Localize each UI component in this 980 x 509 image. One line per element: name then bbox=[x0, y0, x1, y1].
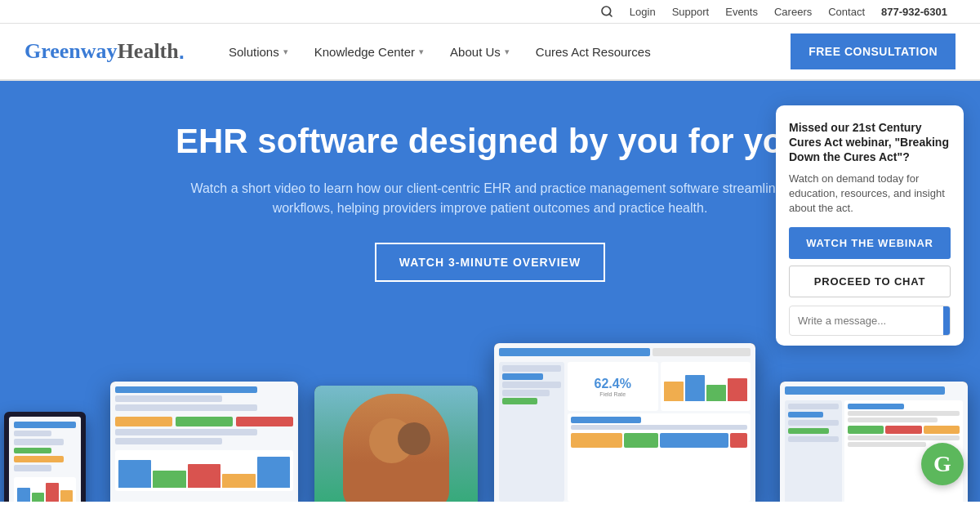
proceed-to-chat-button[interactable]: PROCEED TO CHAT bbox=[789, 266, 951, 297]
login-link[interactable]: Login bbox=[630, 6, 656, 18]
chat-popup-title: Missed our 21st Century Cures Act webina… bbox=[789, 120, 951, 165]
utility-bar: Login Support Events Careers Contact 877… bbox=[0, 0, 980, 24]
video-card bbox=[314, 386, 478, 502]
solutions-nav-link[interactable]: Solutions ▾ bbox=[217, 37, 300, 67]
tablet-device bbox=[4, 412, 86, 502]
about-us-nav-link[interactable]: About Us ▾ bbox=[439, 37, 521, 67]
search-icon[interactable] bbox=[600, 5, 613, 18]
chat-popup: Missed our 21st Century Cures Act webina… bbox=[776, 105, 964, 346]
laptop-center: 62.4% Field Rate bbox=[486, 343, 764, 502]
devices-area: 62.4% Field Rate bbox=[0, 343, 980, 502]
events-link[interactable]: Events bbox=[725, 6, 758, 18]
hero-section: EHR software designed by you for you Wat… bbox=[0, 81, 980, 502]
careers-link[interactable]: Careers bbox=[774, 6, 812, 18]
tablet-screen bbox=[9, 417, 81, 502]
cures-act-label: Cures Act Resources bbox=[536, 45, 651, 59]
chat-popup-body: Watch on demand today for education, res… bbox=[789, 172, 951, 217]
knowledge-center-nav-link[interactable]: Knowledge Center ▾ bbox=[303, 37, 435, 67]
laptop-left bbox=[102, 382, 306, 502]
greenway-g-icon[interactable]: G bbox=[921, 443, 964, 485]
watch-webinar-button[interactable]: WATCH THE WEBINAR bbox=[789, 227, 951, 259]
nav-links: Solutions ▾ Knowledge Center ▾ About Us … bbox=[217, 37, 662, 67]
main-nav: Greenway Health . Solutions ▾ Knowledge … bbox=[0, 24, 980, 81]
watch-overview-button[interactable]: WATCH 3-MINUTE OVERVIEW bbox=[375, 243, 605, 282]
chat-input-row: ➤ bbox=[789, 306, 951, 336]
logo-dot: . bbox=[179, 39, 185, 65]
support-link[interactable]: Support bbox=[672, 6, 710, 18]
about-us-chevron: ▾ bbox=[505, 47, 510, 57]
hero-title: EHR software designed by you for you bbox=[176, 122, 804, 161]
cures-act-nav-link[interactable]: Cures Act Resources bbox=[524, 37, 662, 67]
nav-left: Greenway Health . Solutions ▾ Knowledge … bbox=[24, 37, 662, 67]
knowledge-center-label: Knowledge Center bbox=[314, 45, 415, 59]
chat-message-input[interactable] bbox=[790, 308, 943, 333]
logo[interactable]: Greenway Health . bbox=[24, 39, 185, 65]
about-us-label: About Us bbox=[450, 45, 501, 59]
solutions-label: Solutions bbox=[229, 45, 279, 59]
phone-number: 877-932-6301 bbox=[881, 6, 947, 18]
logo-greenway: Greenway bbox=[24, 39, 118, 64]
knowledge-center-chevron: ▾ bbox=[419, 47, 424, 57]
svg-line-1 bbox=[609, 14, 612, 16]
hero-subtitle: Watch a short video to learn how our cli… bbox=[184, 179, 796, 218]
free-consultation-button[interactable]: FREE CONSULTATION bbox=[791, 33, 956, 69]
chat-send-button[interactable]: ➤ bbox=[943, 306, 951, 335]
contact-link[interactable]: Contact bbox=[828, 6, 865, 18]
solutions-chevron: ▾ bbox=[283, 47, 288, 57]
logo-health: Health bbox=[118, 39, 179, 64]
